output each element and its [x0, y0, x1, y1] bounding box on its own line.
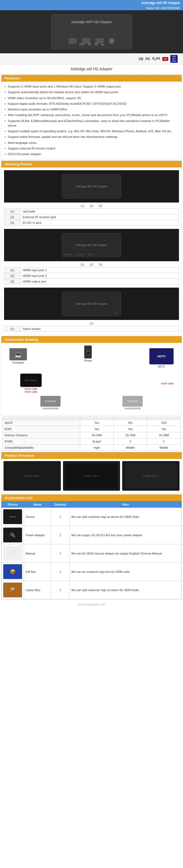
col-name: Name — [24, 501, 51, 508]
features-section: Features: Supports 2 HDMI input ports an… — [1, 74, 182, 159]
label-1: (1) — [90, 321, 93, 325]
row-label: Delivery Distance — [2, 432, 80, 438]
device2-labels: (1) (2) (3) — [4, 263, 179, 266]
val-b: 20-25M — [114, 432, 147, 438]
col-picture: Picture — [2, 501, 24, 508]
val-b: Middle — [114, 445, 147, 451]
dvd1-box: DVD/STB DVD/PS3/STB — [40, 396, 61, 410]
row-desc: HDMI output port — [21, 279, 179, 284]
row-label: Compatibility&Stability — [2, 445, 80, 451]
device3-placeholder: Airbridge WiFi HD Adapter ● — [62, 292, 121, 316]
feature-item: HDMI video resolution up to 4Kx2K/30Hz, … — [5, 95, 178, 101]
header-banner: Airbridge wifi HD Adapter — [0, 0, 183, 6]
val-c: Middle — [147, 445, 181, 451]
comparison-wrapper: HDCP Yes NO YES EDID Yes Yes Yes Deliver… — [1, 416, 182, 451]
product-image-area: Airbridge WiFi HD Adapter OUT N1 N2 ☁ — [0, 10, 183, 53]
fc-cert: FC — [146, 57, 150, 61]
row-label: PCBA — [2, 438, 80, 445]
acc-qty: 1 — [51, 526, 70, 544]
cert-bar: CE FC RoHS 3D Full HD 1080P — [0, 53, 183, 65]
row-desc: HDMI input port 2 — [21, 273, 179, 279]
hdmi-cable-label2: HDMI cable — [20, 391, 42, 393]
col-b — [114, 417, 147, 420]
feature-item: Supports DLNA, EZMirror(Miracast) and EZ… — [5, 118, 178, 129]
val-c: 25-30M — [147, 432, 181, 438]
features-list: Supports 2 HDMI input ports and 1 Wirele… — [1, 82, 182, 159]
col-a — [80, 417, 114, 420]
model-number: Model NO: HDCN0026M1 — [0, 6, 183, 10]
feature-item: Multi language menu — [5, 140, 178, 146]
laptop-box: 💻 Computer — [9, 348, 27, 364]
val-b: Yes — [114, 426, 147, 432]
row-desc: Select button — [21, 326, 179, 332]
acc-row: Device Device 1 We can add customer logo… — [2, 508, 182, 526]
hdmi2-port: HDMI2 — [77, 253, 84, 256]
acc-name: Gift Box — [24, 563, 51, 581]
val-b: 2 — [114, 438, 147, 445]
comparison-table: HDCP Yes NO YES EDID Yes Yes Yes Deliver… — [2, 416, 181, 451]
product-image: Airbridge WiFi HD Adapter OUT N1 N2 ☁ — [51, 14, 132, 49]
table-row: Compatibility&Stability High Middle Midd… — [2, 445, 181, 451]
device2-placeholder: Airbridge WiFi HD Adapter HDMI1 HDMI2 OU… — [62, 233, 121, 257]
showing-content: Airbridge WiFi HD Adapter ▪▪▪ (1) (2) (3… — [1, 167, 182, 335]
val-a: High — [80, 445, 114, 451]
giftbox-img: 📦 — [3, 564, 22, 579]
acc-note: We can add customer logo at device for O… — [70, 508, 182, 526]
label-2: (2) — [90, 263, 93, 266]
device2-image: Airbridge WiFi HD Adapter HDMI1 HDMI2 OU… — [4, 229, 179, 261]
dvd2-box: DVD/STB DVD/PS3/STB — [122, 396, 143, 410]
carton-img: 📦 — [3, 583, 22, 597]
feature-item: Support online firmware update and we wi… — [5, 134, 178, 140]
acc-row: 📦 Gift Box 1 We can do customer logo box… — [2, 563, 182, 581]
port-labels: OUT N1 N2 ☁ — [80, 43, 103, 46]
row-num: (1) — [4, 326, 21, 332]
feature-item: Support external IR remote control — [5, 146, 178, 151]
table-row: (3) 5V DC in jack — [4, 220, 179, 226]
presence-images: Product View 1 Product View 2 Product Vi… — [1, 459, 182, 493]
phone-box: 📱 Phone — [84, 345, 92, 362]
acc-image-cell: 📦 — [2, 581, 24, 599]
hdtv-box: HDTV HDTV — [149, 348, 174, 368]
row-desc: HDMI input port 1 — [21, 268, 179, 273]
hdmi-out-port: OUT — [88, 253, 93, 256]
row-num: (1) — [4, 209, 21, 214]
acc-row: 📄 Manual 1 We can do OEM manual, always … — [2, 544, 182, 563]
rohs-cert: RoHS — [152, 57, 160, 61]
row-desc: External IR receiver jack — [21, 214, 179, 220]
presence-img-3: Product View 3 — [122, 461, 180, 491]
manual-img: 📄 — [3, 546, 22, 561]
label-3: (3) — [99, 204, 102, 207]
acc-image-cell: 📦 — [2, 563, 24, 581]
footer-watermark: china.makepolo.com — [0, 600, 183, 608]
col-note: Note — [70, 501, 182, 508]
connection-header: Connection drawing — [1, 336, 182, 343]
val-a: Yes — [80, 426, 114, 432]
label-1: (1) — [81, 263, 84, 266]
acc-row: 📦 Carton Box 1 We can add customer logo … — [2, 581, 182, 599]
showing-header: Showing Picture : — [1, 161, 182, 167]
acc-qty: 1 — [51, 508, 70, 526]
computer-label: Computer — [9, 361, 27, 364]
table-row: (2) HDMI input port 2 — [4, 273, 179, 279]
table-row: (2) External IR receiver jack — [4, 214, 179, 220]
label-3: (3) — [99, 263, 102, 266]
acc-name: Manual — [24, 544, 51, 563]
product-title: Airbridge wifi HD Adapter — [0, 65, 183, 73]
row-num: (1) — [4, 268, 21, 273]
accessories-table: Picture Name Quantity Note Device Device… — [1, 501, 182, 599]
acc-qty: 1 — [51, 563, 70, 581]
acc-note: We can add customer logo at carton for O… — [70, 581, 182, 599]
acc-name: Carton Box — [24, 581, 51, 599]
hdmi-cable-label3: HDMI cable — [161, 382, 174, 385]
val-c: Yes — [147, 426, 181, 432]
presence-header: Product Presence — [1, 452, 182, 459]
header-title: Airbridge wifi HD Adapter — [141, 1, 180, 5]
acc-name: Power Adaptor — [24, 526, 51, 544]
accessories-section: Accessories List Picture Name Quantity N… — [1, 494, 182, 599]
3d-cert: 3D — [162, 57, 168, 61]
row-num: (3) — [4, 279, 21, 284]
accessories-header: Accessories List — [1, 494, 182, 501]
table-row: (1) HDMI input port 1 — [4, 268, 179, 273]
feature-item: Supports 2 HDMI input ports and 1 Wirele… — [5, 84, 178, 89]
device1-table: (1) UpGrade (2) External IR receiver jac… — [4, 209, 179, 226]
